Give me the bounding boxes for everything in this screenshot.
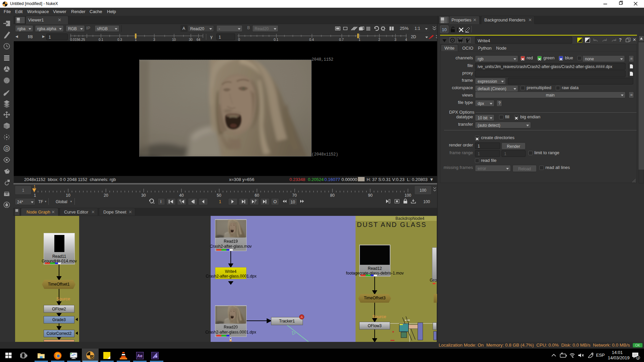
svg-text:3: 3 — [637, 356, 639, 360]
svg-text:3: 3 — [394, 38, 396, 41]
svg-text:3: 3 — [153, 38, 155, 41]
svg-text:0.1: 0.1 — [274, 38, 278, 41]
svg-text:100: 100 — [405, 193, 411, 197]
svg-text:D: D — [5, 146, 8, 151]
svg-text:0.3: 0.3 — [117, 38, 122, 41]
svg-text:10: 10 — [66, 193, 70, 197]
svg-text:30: 30 — [189, 38, 193, 41]
svg-text:20: 20 — [104, 193, 108, 197]
svg-text:I: I — [160, 199, 161, 204]
svg-text:0: 0 — [238, 38, 240, 41]
svg-text:0.7: 0.7 — [339, 38, 344, 41]
svg-text:64: 64 — [197, 38, 201, 41]
svg-text:70: 70 — [292, 193, 297, 197]
svg-text:1: 1 — [34, 185, 36, 188]
svg-text:10: 10 — [172, 38, 176, 41]
svg-text:40: 40 — [179, 193, 184, 197]
svg-text:4: 4 — [405, 38, 407, 41]
svg-text:Ae: Ae — [137, 354, 143, 358]
svg-text:90: 90 — [368, 193, 373, 197]
svg-text:O: O — [273, 199, 277, 204]
svg-text:60: 60 — [255, 193, 259, 197]
svg-text:1: 1 — [34, 193, 36, 197]
svg-text:30: 30 — [141, 193, 146, 197]
svg-text:0.0156.25: 0.0156.25 — [70, 38, 85, 41]
svg-text:0.4: 0.4 — [309, 38, 314, 41]
svg-text:1: 1 — [359, 38, 361, 41]
svg-text:1: 1 — [135, 38, 137, 41]
svg-text:0.1: 0.1 — [99, 38, 103, 41]
svg-text:80: 80 — [330, 193, 335, 197]
svg-text:2: 2 — [378, 38, 380, 41]
svg-text:50: 50 — [217, 193, 221, 197]
